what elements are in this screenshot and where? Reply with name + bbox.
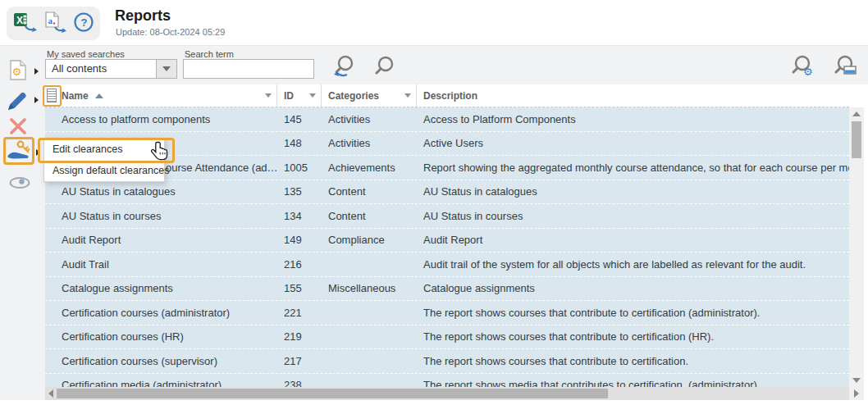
document-export-icon[interactable]: a xyxy=(43,11,66,37)
cell-id: 1005 xyxy=(277,156,322,180)
cell-id: 219 xyxy=(277,325,322,349)
table-row[interactable]: Catalogue assignments155MiscellaneousCat… xyxy=(45,277,849,302)
update-timestamp: Update: 08-Oct-2024 05:29 xyxy=(116,27,225,37)
cell-id: 155 xyxy=(277,277,322,301)
column-header-description[interactable]: Description xyxy=(417,84,849,107)
column-label: Description xyxy=(423,90,477,102)
cell-description: Report showing the aggregated monthly co… xyxy=(417,156,849,180)
column-header-id[interactable]: ID xyxy=(277,84,322,107)
column-header-categories[interactable]: Categories xyxy=(322,84,417,107)
cell-categories: Activities xyxy=(322,132,417,156)
page-title: Reports xyxy=(115,7,171,25)
export-toolbar: X a ? xyxy=(7,7,100,40)
table-row[interactable]: Certification courses (HR)219The report … xyxy=(45,325,849,350)
svg-text:a: a xyxy=(48,16,53,25)
horizontal-scrollbar-thumb[interactable] xyxy=(57,389,608,398)
column-label: Name xyxy=(62,90,89,102)
help-icon[interactable]: ? xyxy=(73,11,94,36)
svg-text:?: ? xyxy=(80,16,87,29)
cell-categories: Activities xyxy=(322,107,417,131)
cell-description: Audit Report xyxy=(417,229,849,253)
search-term-label: Search term xyxy=(185,49,234,59)
action-sidebar: ⚙ xyxy=(0,84,45,400)
cell-description: The report shows courses that contribute… xyxy=(417,301,849,325)
table-row[interactable]: Certification media (administrator)238Th… xyxy=(45,374,849,388)
cell-description: Active Users xyxy=(417,132,849,156)
search-icon[interactable] xyxy=(371,53,399,81)
saved-searches-dropdown[interactable]: All contents xyxy=(45,59,177,79)
cell-categories: Content xyxy=(322,204,417,228)
cell-description: AU Status in courses xyxy=(417,204,849,228)
row-selector-icon[interactable] xyxy=(47,89,57,102)
scroll-down-arrow-icon[interactable] xyxy=(852,378,861,383)
cell-id: 145 xyxy=(277,107,322,131)
cell-description: The report shows courses that contribute… xyxy=(417,349,849,373)
cell-categories: Content xyxy=(322,180,417,204)
table-row[interactable]: Certification courses (supervisor)217The… xyxy=(45,349,849,374)
table-row[interactable]: AU Status in courses134ContentAU Status … xyxy=(45,204,849,229)
cell-id: 135 xyxy=(277,180,322,204)
cell-description: Access to Platform Components xyxy=(417,107,849,131)
column-label: Categories xyxy=(328,90,379,102)
saved-searches-value: All contents xyxy=(46,60,156,78)
cell-name: Certification courses (HR) xyxy=(45,325,277,349)
cell-categories: Miscellaneous xyxy=(322,277,417,301)
table-row[interactable]: Access to platform components145Activiti… xyxy=(45,107,849,132)
edit-flyout-arrow[interactable] xyxy=(34,97,39,103)
run-search-icon[interactable] xyxy=(331,53,359,81)
cell-id: 134 xyxy=(277,204,322,228)
vertical-scrollbar-thumb[interactable] xyxy=(852,121,861,158)
scroll-left-arrow-icon[interactable] xyxy=(48,389,53,398)
cell-categories xyxy=(322,253,417,276)
cell-categories xyxy=(322,301,417,325)
cell-name: AU Status in courses xyxy=(45,204,277,228)
table-row[interactable]: Audit Trail216Audit trail of the system … xyxy=(45,253,849,277)
cell-name: Audit Trail xyxy=(45,253,277,276)
search-toolbar: My saved searches All contents Search te… xyxy=(0,45,868,84)
column-filter-chevron-icon[interactable] xyxy=(309,93,316,98)
cell-id: 148 xyxy=(277,132,322,156)
edit-icon[interactable] xyxy=(7,90,30,115)
search-settings-icon[interactable]: ⚙ xyxy=(788,53,816,81)
excel-export-icon[interactable]: X xyxy=(13,11,38,37)
column-filter-chevron-icon[interactable] xyxy=(265,93,272,98)
cell-categories xyxy=(322,374,417,388)
table-row[interactable]: AU Status in catalogues135ContentAU Stat… xyxy=(45,180,849,205)
cell-id: 238 xyxy=(277,374,322,388)
cell-description: The report shows media that contributes … xyxy=(417,374,849,388)
cell-categories xyxy=(322,349,417,373)
scrollbar-corner xyxy=(849,387,864,400)
cell-categories xyxy=(322,325,417,349)
new-report-flyout-arrow[interactable] xyxy=(34,68,39,75)
reports-page: X a ? Reports Upda xyxy=(0,0,868,405)
scroll-right-arrow-icon[interactable] xyxy=(854,389,859,398)
highlight-box-clearances-icon xyxy=(3,137,34,165)
new-report-icon[interactable]: ⚙ xyxy=(8,59,30,85)
table-row[interactable]: Audit Report149ComplianceAudit Report xyxy=(45,229,849,253)
delete-icon[interactable] xyxy=(8,116,28,139)
hand-cursor-icon xyxy=(150,141,169,166)
cell-categories: Achievements xyxy=(322,156,417,180)
column-label: ID xyxy=(284,90,294,102)
cell-id: 221 xyxy=(277,301,322,325)
vertical-scrollbar[interactable] xyxy=(849,107,864,387)
cell-name: AU Status in catalogues xyxy=(45,180,277,204)
table-row[interactable]: Certification courses (administrator)221… xyxy=(45,301,849,325)
column-header-name[interactable]: Name xyxy=(45,84,277,107)
scroll-up-arrow-icon[interactable] xyxy=(852,111,861,116)
dropdown-button[interactable] xyxy=(156,60,176,78)
cell-id: 149 xyxy=(277,229,322,253)
sort-ascending-icon xyxy=(95,93,103,98)
cell-description: Audit trail of the system for all object… xyxy=(417,253,849,276)
cell-name: Certification courses (administrator) xyxy=(45,301,277,325)
cell-name: Access to platform components xyxy=(45,107,277,131)
horizontal-scrollbar[interactable] xyxy=(45,387,849,400)
column-filter-chevron-icon[interactable] xyxy=(404,93,411,98)
cell-description: AU Status in catalogues xyxy=(417,180,849,204)
search-term-input[interactable] xyxy=(183,59,314,79)
preview-eye-icon[interactable] xyxy=(8,176,31,193)
search-profile-icon[interactable] xyxy=(832,53,860,81)
table-header: Name ID Categories Description xyxy=(45,84,849,107)
cell-id: 216 xyxy=(277,253,322,276)
svg-text:⚙: ⚙ xyxy=(803,66,813,78)
